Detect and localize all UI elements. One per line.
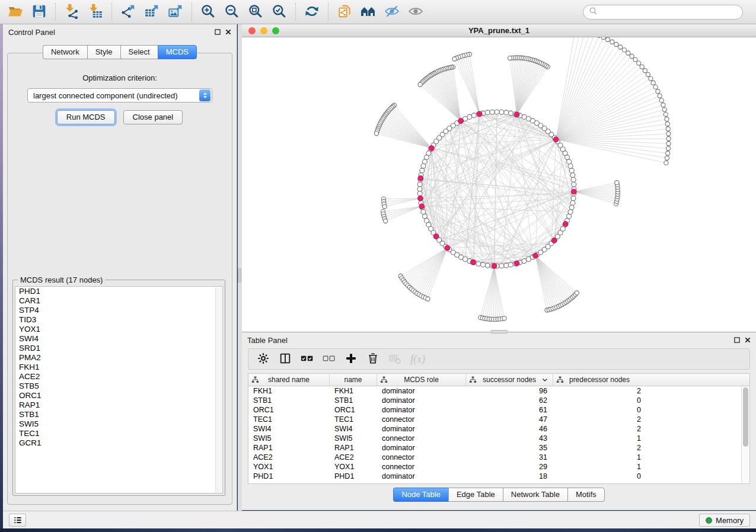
mcds-result-item[interactable]: RAP1 xyxy=(15,400,222,410)
task-history-button[interactable] xyxy=(9,514,26,527)
tab-select[interactable]: Select xyxy=(120,45,158,59)
table-row[interactable]: ORC1ORC1dominator610 xyxy=(248,405,749,415)
open-file-button[interactable] xyxy=(4,1,27,23)
toolbar-separator xyxy=(295,3,296,21)
search-input[interactable] xyxy=(601,8,737,17)
table-row[interactable]: STB1STB1dominator620 xyxy=(248,396,749,405)
mcds-result-item[interactable]: PHD1 xyxy=(15,287,222,296)
table-panel: Table Panel f(x) shared namenameMCDS rol… xyxy=(242,332,756,510)
node-table: shared namenameMCDS rolesuccessor nodesp… xyxy=(248,373,750,484)
column-header-predecessor-nodes[interactable]: predecessor nodes xyxy=(553,374,646,386)
hide-selected-button[interactable] xyxy=(380,1,404,23)
table-row[interactable]: SWI4SWI4dominator462 xyxy=(248,424,749,434)
memory-button[interactable]: Memory xyxy=(699,514,750,527)
tab-style[interactable]: Style xyxy=(87,45,120,59)
export-image-button[interactable] xyxy=(164,1,187,23)
table-cell: 35 xyxy=(466,443,553,453)
mcds-result-item[interactable]: PMA2 xyxy=(15,353,222,363)
mcds-result-item[interactable]: ORC1 xyxy=(15,391,222,400)
network-window-titlebar[interactable]: YPA_prune.txt_1 xyxy=(242,24,756,37)
horizontal-splitter-handle[interactable] xyxy=(491,330,508,334)
refresh-network-button[interactable] xyxy=(300,1,324,23)
table-row[interactable]: YOX1YOX1connector291 xyxy=(248,462,749,472)
import-network-button[interactable] xyxy=(60,1,84,23)
mcds-result-item[interactable]: TID3 xyxy=(15,315,222,325)
table-row[interactable]: TEC1TEC1connector472 xyxy=(248,415,749,424)
tab-mcds[interactable]: MCDS xyxy=(158,45,197,59)
zoom-window-traffic-icon[interactable] xyxy=(272,27,279,34)
refresh-network-icon xyxy=(304,4,320,21)
tab-edge-table[interactable]: Edge Table xyxy=(448,488,503,502)
network-canvas[interactable]: FKH1STB1SWI4ORC1TEC1PHD1CAR1STP4TID3ACE2… xyxy=(242,37,756,332)
table-cell: 47 xyxy=(466,415,553,424)
table-cell: connector xyxy=(377,462,466,472)
save-session-button[interactable] xyxy=(27,1,51,23)
column-header-successor-nodes[interactable]: successor nodes xyxy=(466,374,553,386)
column-header-shared-name[interactable]: shared name xyxy=(248,374,330,386)
table-body: FKH1FKH1dominator962STB1STB1dominator620… xyxy=(248,386,749,481)
float-window-icon[interactable] xyxy=(734,337,740,343)
mcds-result-item[interactable]: SRD1 xyxy=(15,344,222,353)
mcds-result-item[interactable]: GCR1 xyxy=(15,438,222,448)
mcds-result-item[interactable]: STB5 xyxy=(15,382,222,391)
toolbar-icon-groups xyxy=(4,1,428,23)
zoom-out-button[interactable] xyxy=(220,1,244,23)
table-cell: RAP1 xyxy=(248,443,330,453)
zoom-selected-button[interactable] xyxy=(267,1,291,23)
tab-network[interactable]: Network xyxy=(43,45,87,59)
zoom-selected-icon xyxy=(272,4,287,21)
table-settings-button[interactable] xyxy=(257,352,270,367)
deselect-all-rows-button[interactable] xyxy=(323,352,336,367)
table-row[interactable]: ACE2ACE2connector311 xyxy=(248,453,749,462)
mcds-result-list[interactable]: PHD1CAR1STP4TID3YOX1SWI4SRD1PMA2FKH1ACE2… xyxy=(15,286,223,493)
mcds-result-item[interactable]: CAR1 xyxy=(15,296,222,306)
zoom-in-button[interactable] xyxy=(196,1,220,23)
mcds-result-item[interactable]: STP4 xyxy=(15,306,222,315)
search-box[interactable] xyxy=(583,5,743,20)
table-cell: 62 xyxy=(466,396,553,405)
first-neighbors-button[interactable] xyxy=(356,1,380,23)
table-scrollbar[interactable] xyxy=(741,386,749,483)
splitter-handle[interactable] xyxy=(238,268,241,283)
table-row[interactable]: SWI5SWI5connector431 xyxy=(248,434,749,443)
column-header-MCDS-role[interactable]: MCDS role xyxy=(377,374,466,386)
close-panel-icon[interactable] xyxy=(225,29,231,35)
mcds-result-item[interactable]: STB1 xyxy=(15,410,222,419)
column-header-name[interactable]: name xyxy=(330,374,377,386)
export-table-button[interactable] xyxy=(140,1,164,23)
select-all-rows-button[interactable] xyxy=(301,352,314,367)
tab-motifs[interactable]: Motifs xyxy=(567,488,605,502)
vertical-splitter[interactable] xyxy=(238,24,242,511)
minimize-window-traffic-icon[interactable] xyxy=(260,27,267,34)
sort-descending-icon[interactable] xyxy=(542,378,548,382)
mcds-list-scrollbar[interactable] xyxy=(215,287,222,492)
table-row[interactable]: PHD1PHD1dominator180 xyxy=(248,472,749,481)
duplicate-network-button[interactable] xyxy=(333,1,356,23)
add-column-button[interactable] xyxy=(344,352,358,367)
close-panel-button[interactable]: Close panel xyxy=(123,110,183,124)
tab-network-table[interactable]: Network Table xyxy=(503,488,567,502)
zoom-in-icon xyxy=(200,4,216,21)
show-all-button[interactable] xyxy=(404,1,428,23)
table-cell: dominator xyxy=(377,396,466,405)
table-row[interactable]: FKH1FKH1dominator962 xyxy=(248,386,749,396)
mcds-result-item[interactable]: YOX1 xyxy=(15,325,222,334)
tab-node-table[interactable]: Node Table xyxy=(393,488,448,502)
delete-column-button[interactable] xyxy=(366,352,379,367)
mcds-result-item[interactable]: ACE2 xyxy=(15,372,222,382)
float-window-icon[interactable] xyxy=(215,29,221,35)
column-visibility-button[interactable] xyxy=(279,352,292,367)
mcds-result-item[interactable]: TEC1 xyxy=(15,429,222,438)
criterion-dropdown[interactable]: largest connected component (undirected) xyxy=(27,88,212,102)
mcds-result-item[interactable]: SWI5 xyxy=(15,419,222,429)
import-table-button[interactable] xyxy=(84,1,107,23)
mcds-result-item[interactable]: FKH1 xyxy=(15,363,222,372)
table-scrollbar-thumb[interactable] xyxy=(743,387,748,447)
table-row[interactable]: RAP1RAP1dominator352 xyxy=(248,443,749,453)
run-mcds-button[interactable]: Run MCDS xyxy=(57,110,115,124)
export-network-button[interactable] xyxy=(116,1,140,23)
zoom-fit-button[interactable] xyxy=(244,1,267,23)
mcds-result-item[interactable]: SWI4 xyxy=(15,334,222,344)
close-window-traffic-icon[interactable] xyxy=(248,27,256,34)
close-panel-icon[interactable] xyxy=(745,337,751,343)
